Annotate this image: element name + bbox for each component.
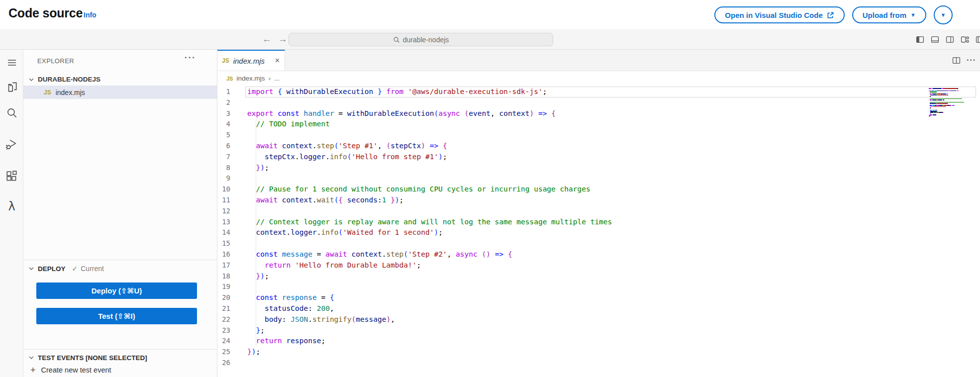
code-line[interactable]: const response = { [247,292,980,303]
code-line[interactable]: // Pause for 1 second without consuming … [247,184,980,195]
split-editor-icon[interactable] [952,56,961,65]
code-line[interactable]: }; [247,325,980,336]
test-button[interactable]: Test (⇧⌘I) [36,308,197,324]
nav-forward-icon[interactable]: → [278,34,288,45]
search-icon [393,36,400,43]
tree-file-index-mjs[interactable]: JS index.mjs [23,86,217,99]
explorer-title: EXPLORER [37,57,74,65]
fullscreen-icon[interactable] [976,35,980,44]
line-number: 4 [217,119,230,130]
code-line[interactable]: return response; [247,336,980,347]
explorer-more-icon[interactable]: ··· [185,53,196,63]
customize-layout-icon[interactable] [961,35,969,44]
code-content[interactable]: import { withDurableExecution } from '@a… [247,86,980,369]
line-number: 22 [217,314,230,325]
search-view-icon[interactable] [5,106,18,119]
line-number: 13 [217,217,230,228]
code-line[interactable]: return 'Hello from Durable Lambda!'; [247,260,980,271]
code-line[interactable] [247,206,980,217]
upload-from-button[interactable]: Upload from ▼ [852,6,926,23]
code-line[interactable]: await context.wait({ seconds:1 }); [247,195,980,206]
search-value: durable-nodejs [403,36,449,44]
code-line[interactable] [247,282,980,292]
workbench: λ EXPLORER ··· DURABLE-NODEJS JS index.m… [0,50,980,377]
editor-toolbar: ← → durable-nodejs [0,29,980,50]
code-line[interactable]: import { withDurableExecution } from '@a… [245,87,976,97]
code-line[interactable]: statusCode: 200, [247,303,980,314]
nav-back-icon[interactable]: ← [262,34,272,45]
line-number: 5 [217,130,230,141]
breadcrumb-symbol[interactable]: ... [274,75,280,82]
explorer-files-icon[interactable] [5,80,18,94]
tab-index-mjs[interactable]: JS index.mjs × [217,50,285,71]
chevron-down-icon [28,266,34,272]
code-line[interactable]: }); [247,347,980,358]
code-line[interactable]: context.logger.info('Waited for 1 second… [247,227,980,238]
code-line[interactable] [247,358,980,369]
layout-controls [916,29,980,49]
menu-icon[interactable] [5,56,18,69]
code-line[interactable]: export const handler = withDurableExecut… [247,108,980,119]
toggle-panel-left-icon[interactable] [916,35,924,44]
line-number: 19 [217,282,230,292]
js-file-icon: JS [44,89,51,96]
plus-icon: + [30,365,36,376]
command-center-search[interactable]: durable-nodejs [289,33,553,46]
line-number: 9 [217,173,230,184]
code-line[interactable]: // TODO implement [247,119,980,130]
aws-lambda-icon[interactable]: λ [5,199,18,213]
line-number: 12 [217,206,230,217]
toggle-panel-bottom-icon[interactable] [931,35,939,44]
tab-strip: JS index.mjs × ··· [217,50,980,71]
close-tab-icon[interactable]: × [275,56,280,65]
line-number: 26 [217,358,230,369]
breadcrumb-file[interactable]: index.mjs [236,75,265,82]
editor-more-icon[interactable]: ··· [967,56,976,65]
line-number: 16 [217,249,230,260]
code-line[interactable] [247,173,980,184]
code-line[interactable]: }); [247,271,980,282]
deploy-button[interactable]: Deploy (⇧⌘U) [36,283,197,299]
caret-down-icon: ▼ [910,12,916,18]
code-line[interactable]: // Context logger is replay aware and wi… [247,217,980,228]
run-debug-icon[interactable] [5,137,18,151]
sidebar-explorer: EXPLORER ··· DURABLE-NODEJS JS index.mjs… [23,50,217,377]
code-line[interactable] [247,130,980,141]
toggle-panel-right-icon[interactable] [946,35,954,44]
tree-folder-durable-nodejs[interactable]: DURABLE-NODEJS [23,73,217,86]
code-editor[interactable]: 1234567891011121314151617181920212223242… [217,86,980,369]
more-actions-button[interactable]: ▼ [934,5,953,24]
line-number: 23 [217,325,230,336]
test-events-section-header[interactable]: TEST EVENTS [NONE SELECTED] [23,352,217,364]
line-number: 1 [217,87,230,97]
line-number: 21 [217,303,230,314]
divider [23,260,217,260]
breadcrumb[interactable]: JS index.mjs › ... [217,71,980,86]
line-number: 14 [217,227,230,238]
code-line[interactable] [247,97,980,108]
editor-group: JS index.mjs × ··· JS index.mjs › ... 12… [217,50,980,377]
code-line[interactable] [247,238,980,249]
code-line[interactable]: body: JSON.stringify(message), [247,314,980,325]
code-line[interactable]: await context.step('Step #1', (stepCtx) … [247,141,980,152]
chevron-down-icon [28,77,34,83]
deploy-section-header[interactable]: DEPLOY ✓ Current [23,263,217,275]
line-number-gutter: 1234567891011121314151617181920212223242… [217,86,230,369]
info-link[interactable]: Info [84,11,97,19]
minimap[interactable] [929,88,966,118]
open-in-vscode-button[interactable]: Open in Visual Studio Code [714,6,844,23]
divider [23,349,217,350]
code-line[interactable]: const message = await context.step('Step… [247,249,980,260]
external-link-icon [827,11,834,19]
js-file-icon: JS [222,57,229,64]
caret-down-icon: ▼ [941,12,946,18]
line-number: 10 [217,184,230,195]
code-line[interactable]: stepCtx.logger.info('Hello from step #1'… [247,152,980,163]
breadcrumb-separator: › [269,75,271,82]
extensions-icon[interactable] [5,170,18,183]
line-number: 11 [217,195,230,206]
activity-bar: λ [0,50,23,377]
js-file-icon: JS [226,76,233,82]
code-line[interactable]: }); [247,163,980,174]
create-new-test-event[interactable]: + Create new test event [23,364,217,377]
